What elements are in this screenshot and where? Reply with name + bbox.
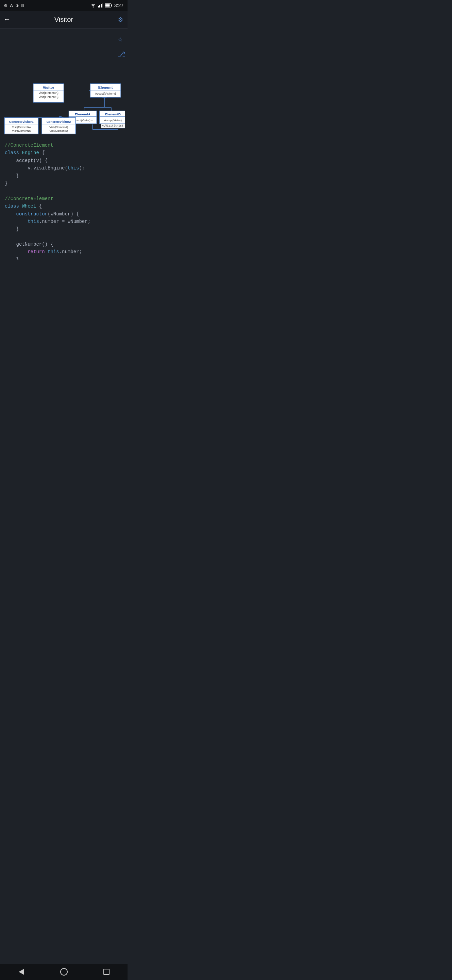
scroll-content[interactable]: v.Visit(this) Visitor Visit(ElementA) Vi… [0, 29, 127, 260]
svg-text:v.Visit(this): v.Visit(this) [102, 124, 123, 127]
svg-rect-3 [101, 4, 102, 8]
code-class-wheel: class Wheel { [5, 202, 123, 210]
svg-rect-7 [105, 5, 109, 7]
settings-icon: ⚙ [4, 2, 7, 9]
code-this-number: this.number = wNumber; [5, 218, 123, 225]
code-close-getnumber: } [5, 256, 123, 260]
back-button[interactable]: ← [5, 15, 9, 24]
svg-rect-2 [99, 5, 100, 8]
svg-rect-1 [98, 6, 99, 8]
svg-text:ConcreteVisitor2: ConcreteVisitor2 [47, 120, 71, 124]
time-display: 3:27 [114, 3, 124, 8]
svg-text:Accept(Visitor): Accept(Visitor) [104, 119, 122, 122]
signal-icon [98, 3, 103, 8]
code-accept-engine: accept(v) { [5, 157, 123, 164]
svg-text:Visit(ElementB): Visit(ElementB) [12, 129, 31, 132]
status-bar-right: 3:27 [90, 3, 124, 8]
svg-text:Visitor: Visitor [43, 86, 55, 89]
wifi-icon [90, 3, 96, 8]
code-getnumber: getNumber() { [5, 240, 123, 248]
code-close-constructor: } [5, 225, 123, 233]
code-visitengine: v.visitEngine(this); [5, 164, 123, 172]
svg-text:ElenemtA: ElenemtA [75, 112, 90, 116]
svg-text:Accept(Visitor v): Accept(Visitor v) [95, 92, 116, 95]
code-constructor-wheel: constructor(wNumber) { [5, 210, 123, 218]
svg-text:Visit(ElementA): Visit(ElementA) [49, 126, 68, 129]
code-area: //ConcreteElement class Engine { accept(… [0, 137, 127, 260]
svg-text:ElenemtB: ElenemtB [105, 112, 121, 116]
svg-text:Elenemt: Elenemt [98, 86, 113, 89]
uml-svg: v.Visit(this) Visitor Visit(ElementA) Vi… [3, 33, 125, 137]
code-close-accept-engine: } [5, 172, 123, 180]
comment-2: //ConcreteElement [5, 195, 123, 202]
settings-button[interactable]: ⚙ [118, 15, 123, 24]
code-close-engine: } [5, 180, 123, 187]
svg-rect-6 [111, 5, 112, 6]
uml-diagram: v.Visit(this) Visitor Visit(ElementA) Vi… [0, 29, 127, 137]
battery-icon [105, 3, 112, 8]
comment-1: //ConcreteElement [5, 142, 123, 149]
svg-text:Visit(ElementB): Visit(ElementB) [49, 129, 68, 132]
code-class-engine: class Engine { [5, 149, 123, 156]
moon-icon: ◑ [16, 3, 18, 8]
svg-point-0 [92, 6, 94, 8]
app-title: Visitor [54, 16, 73, 24]
share-icon[interactable]: ⎇ [118, 50, 125, 59]
code-return: return this.number; [5, 248, 123, 256]
svg-rect-4 [102, 3, 103, 8]
svg-text:Visit(ElementA): Visit(ElementA) [39, 91, 59, 95]
svg-text:ConcreteVisitor1: ConcreteVisitor1 [9, 120, 34, 124]
svg-text:Visit(ElementA): Visit(ElementA) [12, 126, 31, 129]
status-bar: ⚙ A ◑ ▤ 3:27 [0, 0, 127, 11]
star-icon[interactable]: ☆ [118, 34, 125, 44]
svg-text:Visit(ElementB): Visit(ElementB) [39, 95, 59, 99]
status-bar-icons: ⚙ A ◑ ▤ [4, 2, 24, 9]
app-bar: ← Visitor ⚙ [0, 11, 127, 29]
font-icon: A [10, 3, 13, 8]
float-icons: ☆ ⎇ [118, 34, 125, 59]
sd-icon: ▤ [21, 3, 24, 8]
